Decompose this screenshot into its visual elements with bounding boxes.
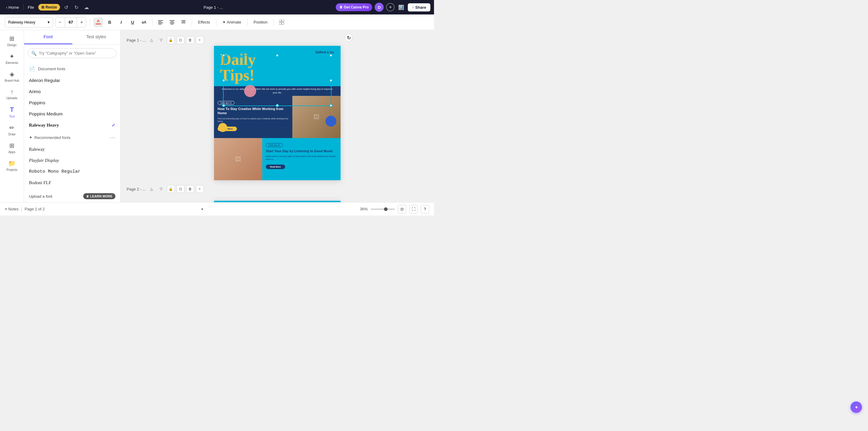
canvas-area[interactable]: Page 1 - ... △ ▽ 🔒 ⊡ 🗑 + ↻	[121, 30, 434, 202]
design-icon: ⊞	[9, 35, 14, 42]
animate-icon: ✦	[222, 20, 226, 24]
undo-button[interactable]: ↺	[62, 3, 70, 11]
text-color-icon: A	[97, 19, 99, 23]
sidebar-item-projects[interactable]: 📁 Projects	[2, 157, 22, 174]
doc-fonts-header: 📄 Document fonts	[24, 63, 120, 75]
font-item-arimo[interactable]: Arimo	[24, 86, 120, 97]
text-case-button[interactable]: aA	[140, 18, 149, 27]
page1-duplicate-button[interactable]: ⊡	[177, 36, 184, 44]
topbar-left: ‹ Home File ⊞ Resize ↺ ↻ ☁	[4, 3, 91, 11]
sidebar-item-text[interactable]: T Text	[2, 103, 22, 121]
page2-duplicate-button[interactable]: ⊡	[177, 185, 184, 193]
page-indicator: Page 1 of 2	[25, 207, 45, 211]
fit-page-button[interactable]: ⊡	[398, 205, 406, 213]
collapse-pages-button[interactable]: ▾	[198, 205, 206, 213]
font-item-playfair[interactable]: Playfair Display	[24, 155, 120, 166]
font-item-aileron[interactable]: Aileron Regular	[24, 75, 120, 86]
align-center-button[interactable]	[167, 18, 177, 27]
font-item-poppins-medium[interactable]: Poppins Medium	[24, 108, 120, 119]
projects-icon: 📁	[8, 160, 16, 167]
animate-button[interactable]: ✦ Animate	[220, 19, 244, 26]
page1-collapse-down-button[interactable]: ▽	[157, 36, 165, 44]
font-item-raleway-heavy[interactable]: Raleway Heavy ✓	[24, 119, 120, 131]
font-item-bodoni[interactable]: Bodoni FLF	[24, 177, 120, 188]
elements-icon: ✦	[9, 53, 14, 60]
line-spacing-button[interactable]	[179, 18, 188, 27]
separator-4	[216, 19, 216, 26]
svg-rect-8	[182, 20, 185, 21]
resize-button[interactable]: ⊞ Resize	[38, 4, 60, 10]
font-size-input[interactable]	[65, 18, 77, 27]
svg-rect-11	[279, 20, 281, 22]
sidebar-item-uploads[interactable]: ↑ Uploads	[2, 86, 22, 102]
svg-rect-5	[170, 22, 174, 22]
bold-button[interactable]: B	[105, 18, 114, 27]
sidebar-item-apps[interactable]: ⊞ Apps	[2, 140, 22, 156]
font-selector[interactable]: Raleway Heavy ▾	[5, 17, 53, 27]
card2-read-more-button[interactable]: Read More	[266, 164, 285, 169]
svg-rect-4	[170, 20, 175, 21]
canvas-page2[interactable]	[214, 201, 341, 202]
search-box: 🔍	[28, 48, 117, 58]
add-button[interactable]: +	[386, 3, 395, 11]
check-icon: ✓	[112, 122, 116, 128]
align-left-button[interactable]	[156, 18, 165, 27]
rotation-handle[interactable]: ↻	[345, 34, 352, 41]
svg-rect-10	[182, 23, 185, 23]
italic-button[interactable]: I	[117, 18, 126, 27]
svg-rect-14	[282, 22, 284, 24]
tab-font[interactable]: Font	[24, 30, 72, 44]
page2-lock-button[interactable]: 🔒	[167, 185, 175, 193]
notes-button[interactable]: ≡ Notes	[5, 207, 19, 211]
grid-button[interactable]	[277, 18, 286, 27]
font-item-roboto-mono[interactable]: Roboto Mono Regular	[24, 166, 120, 177]
color-swatch	[96, 24, 101, 24]
position-button[interactable]: Position	[251, 19, 270, 26]
zoom-slider[interactable]	[371, 209, 395, 210]
effects-button[interactable]: Effects	[195, 19, 213, 26]
page1-lock-button[interactable]: 🔒	[167, 36, 175, 44]
text-color-button[interactable]: A	[94, 18, 103, 27]
canvas-page1[interactable]: ↻ Salford & Co.	[214, 46, 341, 180]
redo-button[interactable]: ↻	[72, 3, 81, 11]
help-button[interactable]: ?	[421, 205, 429, 213]
chart-icon-button[interactable]: 📊	[397, 3, 405, 11]
sidebar-item-brand-hub[interactable]: ◈ Brand Hub	[2, 68, 22, 85]
decrease-size-button[interactable]: −	[56, 18, 64, 27]
page1-add-button[interactable]: +	[196, 36, 204, 44]
page2-delete-button[interactable]: 🗑	[186, 185, 194, 193]
recommended-title: ✦ Recommended fonts	[29, 135, 70, 140]
increase-size-button[interactable]: +	[78, 18, 86, 27]
underline-button[interactable]: U	[128, 18, 137, 27]
page2-collapse-up-button[interactable]: △	[148, 185, 156, 193]
brand-name: Salford & Co.	[315, 51, 335, 54]
font-item-raleway[interactable]: Raleway	[24, 144, 120, 155]
cloud-save-button[interactable]: ☁	[82, 3, 91, 11]
search-input[interactable]	[28, 48, 117, 58]
page2-collapse-down-button[interactable]: ▽	[157, 185, 165, 193]
separator-3	[192, 19, 192, 26]
page2-add-button[interactable]: +	[196, 185, 204, 193]
page2-label: Page 2 - ...	[127, 187, 146, 191]
sidebar-item-draw[interactable]: ✏ Draw	[2, 122, 22, 138]
tab-text-styles[interactable]: Text styles	[72, 30, 121, 44]
zoom-thumb[interactable]	[384, 207, 388, 211]
fullscreen-button[interactable]: ⛶	[409, 205, 418, 213]
card2-badge: Daily tips 02	[266, 143, 283, 147]
file-button[interactable]: File	[25, 4, 36, 11]
learn-more-button[interactable]: ♛ LEARN MORE	[83, 193, 116, 199]
share-button[interactable]: ↑ Share	[408, 3, 430, 11]
page1-delete-button[interactable]: 🗑	[186, 36, 194, 44]
sidebar-item-design[interactable]: ⊞ Design	[2, 33, 22, 49]
home-button[interactable]: ‹ Home	[4, 4, 22, 11]
page1-label: Page 1 - ...	[127, 38, 146, 42]
avatar[interactable]: D	[375, 3, 384, 12]
font-item-poppins[interactable]: Poppins	[24, 97, 120, 108]
page1-collapse-up-button[interactable]: △	[148, 36, 156, 44]
sidebar-item-elements[interactable]: ✦ Elements	[2, 50, 22, 67]
recommended-header: ✦ Recommended fonts ⋯	[24, 131, 120, 144]
get-pro-button[interactable]: ♛ Get Canva Pro	[336, 3, 373, 11]
more-options-button[interactable]: ⋯	[110, 134, 116, 141]
main-area: ⊞ Design ✦ Elements ◈ Brand Hub ↑ Upload…	[0, 30, 434, 202]
card1-content: Daily tips 01 How To Stay Creative While…	[214, 96, 292, 138]
